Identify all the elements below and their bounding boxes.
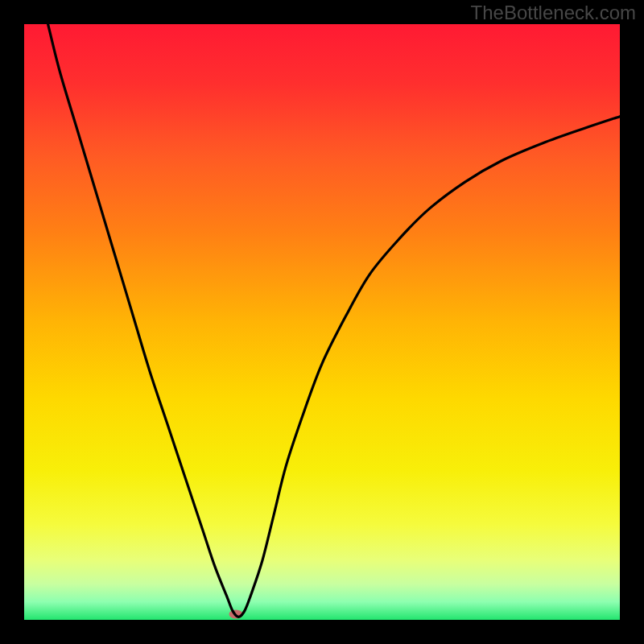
watermark-text: TheBottleneck.com [471, 2, 636, 24]
curve-layer [24, 24, 620, 620]
plot-area [24, 24, 620, 620]
bottleneck-curve-path [48, 24, 620, 617]
chart-container: TheBottleneck.com [0, 0, 644, 644]
